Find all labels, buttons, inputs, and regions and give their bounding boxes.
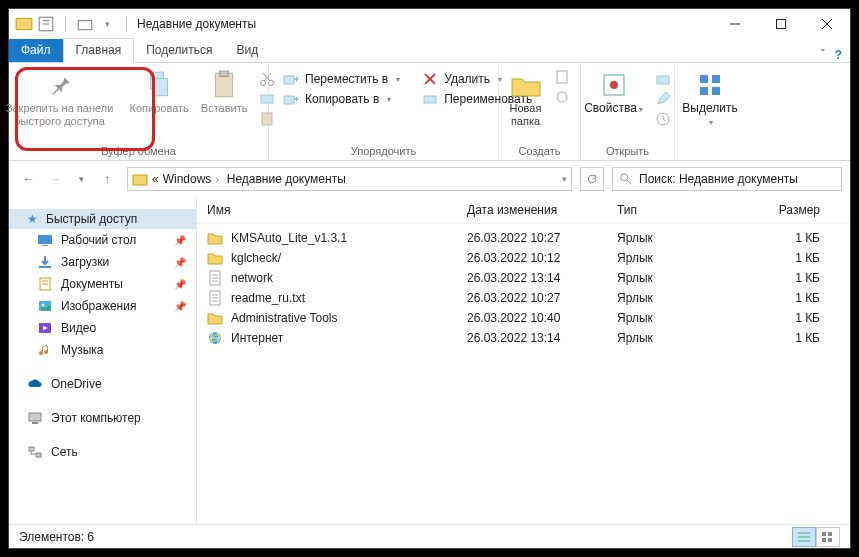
svg-point-27: [610, 81, 618, 89]
sidebar-item-music[interactable]: Музыка: [9, 339, 196, 361]
clipboard-group-label: Буфер обмена: [101, 143, 176, 160]
help-icon[interactable]: ?: [835, 48, 842, 62]
sidebar-item-onedrive[interactable]: OneDrive: [9, 373, 196, 395]
close-button[interactable]: [804, 9, 850, 39]
paste-button[interactable]: Вставить: [195, 65, 254, 129]
svg-point-25: [557, 92, 567, 102]
svg-rect-30: [700, 75, 708, 83]
back-button[interactable]: ←: [17, 167, 41, 191]
svg-rect-47: [32, 422, 38, 424]
copy-button[interactable]: Копировать: [124, 65, 195, 129]
svg-rect-0: [16, 18, 32, 29]
column-size[interactable]: Размер: [747, 203, 840, 217]
easy-access-button[interactable]: [548, 87, 576, 107]
move-to-button[interactable]: Переместить в▾: [277, 69, 406, 89]
history-button[interactable]: [649, 109, 677, 129]
pin-icon: 📌: [174, 279, 186, 290]
forward-button[interactable]: →: [43, 167, 67, 191]
sidebar-item-videos[interactable]: Видео: [9, 317, 196, 339]
svg-rect-63: [822, 532, 826, 536]
pin-icon: 📌: [174, 257, 186, 268]
new-item-button[interactable]: [548, 67, 576, 87]
sidebar-item-downloads[interactable]: Загрузки📌: [9, 251, 196, 273]
tab-share[interactable]: Поделиться: [134, 39, 224, 62]
file-row[interactable]: KMSAuto_Lite_v1.3.126.03.2022 10:27Ярлык…: [207, 228, 840, 248]
file-row[interactable]: Интернет26.03.2022 13:14Ярлык1 КБ: [207, 328, 840, 348]
new-folder-button[interactable]: Новая папка: [504, 65, 548, 128]
sidebar-item-documents[interactable]: Документы📌: [9, 273, 196, 295]
create-group-label: Создать: [519, 143, 561, 160]
svg-rect-6: [777, 20, 786, 29]
svg-rect-65: [822, 538, 826, 542]
open-button[interactable]: [649, 69, 677, 89]
svg-rect-20: [284, 96, 294, 104]
svg-rect-32: [700, 87, 708, 95]
file-list: KMSAuto_Lite_v1.3.126.03.2022 10:27Ярлык…: [197, 224, 850, 524]
up-button[interactable]: ↑: [95, 167, 119, 191]
quick-access-toolbar: ▾: [15, 15, 133, 33]
edit-button[interactable]: [649, 89, 677, 109]
svg-point-13: [261, 81, 266, 86]
svg-rect-4: [78, 21, 92, 30]
copy-to-button[interactable]: Копировать в▾: [277, 89, 406, 109]
minimize-button[interactable]: [712, 9, 758, 39]
titlebar: ▾ Недавние документы: [9, 9, 850, 39]
maximize-button[interactable]: [758, 9, 804, 39]
address-bar: ← → ▾ ↑ « Windows › Недавние документы ▾…: [9, 161, 850, 197]
svg-rect-34: [133, 175, 147, 185]
view-icons-button[interactable]: [816, 527, 840, 547]
window: ▾ Недавние документы Файл Главная Подели…: [8, 8, 851, 549]
tab-file[interactable]: Файл: [9, 39, 63, 62]
ribbon-collapse-icon[interactable]: ˇ: [821, 48, 825, 62]
navigation-pane: ★Быстрый доступ Рабочий стол📌 Загрузки📌 …: [9, 197, 197, 524]
column-name[interactable]: Имя: [207, 203, 467, 217]
properties-qat-icon[interactable]: [37, 15, 55, 33]
svg-rect-37: [38, 235, 52, 244]
pin-to-quick-access-button[interactable]: Закрепить на панели быстрого доступа: [0, 65, 124, 129]
organize-group-label: Упорядочить: [351, 143, 416, 160]
pin-icon: 📌: [174, 301, 186, 312]
open-group-label: Открыть: [606, 143, 649, 160]
refresh-button[interactable]: [580, 167, 604, 191]
properties-button[interactable]: Свойства▾: [578, 65, 649, 129]
explorer-app-icon: [15, 15, 33, 33]
file-row[interactable]: readme_ru.txt26.03.2022 10:27Ярлык1 КБ: [207, 288, 840, 308]
svg-rect-19: [284, 76, 294, 84]
column-date[interactable]: Дата изменения: [467, 203, 617, 217]
sidebar-item-network[interactable]: Сеть: [9, 441, 196, 463]
svg-rect-46: [29, 413, 41, 421]
new-folder-qat-icon[interactable]: [76, 15, 94, 33]
svg-rect-31: [712, 75, 720, 83]
tab-home[interactable]: Главная: [63, 38, 135, 63]
folder-icon: [132, 171, 148, 187]
select-button[interactable]: Выделить▾: [676, 65, 743, 129]
tab-view[interactable]: Вид: [224, 39, 270, 62]
column-type[interactable]: Тип: [617, 203, 747, 217]
sidebar-item-this-pc[interactable]: Этот компьютер: [9, 407, 196, 429]
file-list-pane: Имя Дата изменения Тип Размер KMSAuto_Li…: [197, 197, 850, 524]
search-input[interactable]: Поиск: Недавние документы: [612, 167, 842, 191]
sidebar-item-desktop[interactable]: Рабочий стол📌: [9, 229, 196, 251]
svg-rect-28: [657, 76, 669, 84]
svg-rect-48: [29, 447, 34, 451]
breadcrumb[interactable]: « Windows › Недавние документы ▾: [127, 167, 572, 191]
pin-icon: 📌: [174, 235, 186, 246]
svg-rect-66: [828, 538, 832, 542]
status-bar: Элементов: 6: [9, 524, 850, 548]
window-title: Недавние документы: [137, 17, 256, 31]
svg-line-36: [627, 180, 631, 184]
view-details-button[interactable]: [792, 527, 816, 547]
file-row[interactable]: kglcheck/26.03.2022 10:12Ярлык1 КБ: [207, 248, 840, 268]
svg-rect-23: [424, 96, 436, 103]
file-row[interactable]: network26.03.2022 13:14Ярлык1 КБ: [207, 268, 840, 288]
svg-rect-24: [557, 71, 567, 83]
sidebar-item-pictures[interactable]: Изображения📌: [9, 295, 196, 317]
file-row[interactable]: Administrative Tools26.03.2022 10:40Ярлы…: [207, 308, 840, 328]
recent-locations-button[interactable]: ▾: [69, 167, 93, 191]
svg-rect-38: [42, 245, 48, 246]
sidebar-item-quick-access[interactable]: ★Быстрый доступ: [9, 209, 196, 229]
svg-point-43: [42, 304, 45, 307]
qat-dropdown-icon[interactable]: ▾: [98, 15, 116, 33]
column-headers[interactable]: Имя Дата изменения Тип Размер: [197, 197, 850, 224]
svg-rect-33: [712, 87, 720, 95]
